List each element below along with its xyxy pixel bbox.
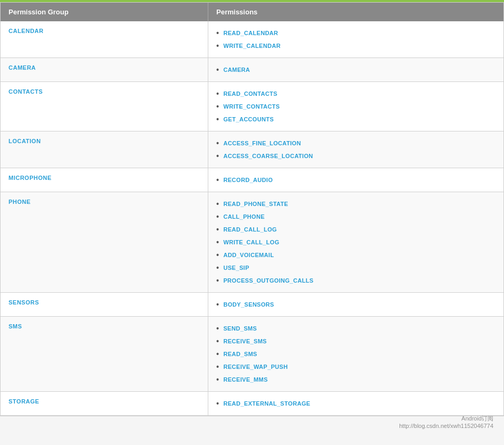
group-cell: CONTACTS [1, 82, 208, 131]
permission-item: READ_CONTACTS [216, 87, 495, 100]
permission-item: CAMERA [216, 63, 495, 76]
permission-item: ACCESS_FINE_LOCATION [216, 137, 495, 150]
permission-item: READ_SMS [216, 348, 495, 360]
table-row: SMSSEND_SMSRECEIVE_SMSREAD_SMSRECEIVE_WA… [1, 317, 503, 392]
permission-item: READ_PHONE_STATE [216, 197, 495, 210]
group-cell: SMS [1, 317, 208, 391]
group-cell: SENSORS [1, 293, 208, 316]
table-body: CALENDARREAD_CALENDARWRITE_CALENDARCAMER… [1, 21, 503, 416]
permission-item: WRITE_CALL_LOG [216, 236, 495, 249]
permission-item: READ_CALENDAR [216, 27, 495, 39]
permission-item: WRITE_CONTACTS [216, 100, 495, 113]
table-row: CAMERACAMERA [1, 58, 503, 82]
table-row: MICROPHONERECORD_AUDIO [1, 168, 503, 192]
permission-item: RECORD_AUDIO [216, 174, 495, 186]
group-cell: STORAGE [1, 392, 208, 415]
header-permission-group: Permission Group [1, 3, 208, 21]
permission-item: ACCESS_COARSE_LOCATION [216, 150, 495, 162]
permission-item: READ_EXTERNAL_STORAGE [216, 397, 495, 410]
permissions-cell: RECORD_AUDIO [208, 168, 503, 192]
permissions-table: Permission Group Permissions CALENDARREA… [0, 2, 504, 416]
permission-item: USE_SIP [216, 261, 495, 274]
permission-item: ADD_VOICEMAIL [216, 249, 495, 261]
permissions-cell: READ_CALENDARWRITE_CALENDAR [208, 21, 503, 57]
permission-item: CALL_PHONE [216, 210, 495, 223]
permission-item: RECEIVE_MMS [216, 373, 495, 386]
permission-item: BODY_SENSORS [216, 298, 495, 311]
permission-item: GET_ACCOUNTS [216, 113, 495, 126]
permission-item: WRITE_CALENDAR [216, 39, 495, 52]
group-cell: CALENDAR [1, 21, 208, 57]
group-cell: MICROPHONE [1, 168, 208, 192]
table-row: CALENDARREAD_CALENDARWRITE_CALENDAR [1, 21, 503, 58]
permission-item: RECEIVE_WAP_PUSH [216, 360, 495, 373]
table-row: PHONEREAD_PHONE_STATECALL_PHONEREAD_CALL… [1, 192, 503, 293]
table-row: SENSORSBODY_SENSORS [1, 293, 503, 317]
permissions-cell: READ_EXTERNAL_STORAGE [208, 392, 503, 415]
permissions-cell: SEND_SMSRECEIVE_SMSREAD_SMSRECEIVE_WAP_P… [208, 317, 503, 391]
permissions-cell: BODY_SENSORS [208, 293, 503, 316]
table-header: Permission Group Permissions [1, 3, 503, 21]
permissions-cell: ACCESS_FINE_LOCATIONACCESS_COARSE_LOCATI… [208, 131, 503, 168]
permission-item: PROCESS_OUTGOING_CALLS [216, 274, 495, 287]
table-row: LOCATIONACCESS_FINE_LOCATIONACCESS_COARS… [1, 131, 503, 168]
permissions-cell: READ_CONTACTSWRITE_CONTACTSGET_ACCOUNTS [208, 82, 503, 131]
table-row: STORAGEREAD_EXTERNAL_STORAGE [1, 392, 503, 416]
permission-item: RECEIVE_SMS [216, 335, 495, 348]
permissions-cell: CAMERA [208, 58, 503, 81]
table-row: CONTACTSREAD_CONTACTSWRITE_CONTACTSGET_A… [1, 82, 503, 131]
group-cell: CAMERA [1, 58, 208, 81]
group-cell: PHONE [1, 192, 208, 292]
header-permissions: Permissions [208, 3, 503, 21]
permission-item: SEND_SMS [216, 322, 495, 335]
permission-item: READ_CALL_LOG [216, 223, 495, 236]
group-cell: LOCATION [1, 131, 208, 168]
permissions-cell: READ_PHONE_STATECALL_PHONEREAD_CALL_LOGW… [208, 192, 503, 292]
